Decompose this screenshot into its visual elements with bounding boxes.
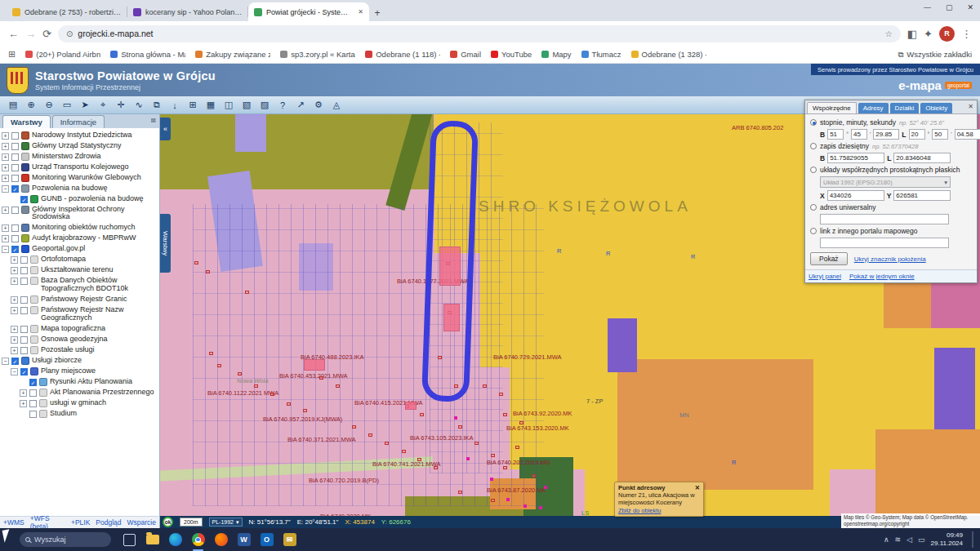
crs-dropdown[interactable]: Układ 1992 (EPSG:2180) ▾ bbox=[820, 176, 951, 188]
layer-checkbox[interactable] bbox=[20, 256, 28, 264]
firefox-icon[interactable] bbox=[212, 531, 229, 549]
sidebar-footer-link[interactable]: Podgląd bbox=[96, 518, 121, 527]
dms-b-deg-input[interactable] bbox=[827, 129, 844, 140]
sidebar-footer-link[interactable]: +PLIK bbox=[71, 518, 90, 527]
layer-checkbox[interactable] bbox=[11, 207, 19, 214]
radio-dms[interactable] bbox=[810, 119, 817, 126]
browser-tab[interactable]: Powiat grójecki - System Infor✕ bbox=[248, 2, 369, 21]
layer-checkbox[interactable]: ✓ bbox=[20, 368, 28, 375]
sidebar-collapse-handle[interactable]: « bbox=[160, 118, 171, 140]
mail-icon[interactable]: ✉ bbox=[281, 531, 298, 549]
layer-checkbox[interactable] bbox=[11, 143, 19, 150]
sidebar-close-icon[interactable]: ⊠ bbox=[150, 117, 156, 124]
file-explorer-icon[interactable] bbox=[144, 531, 161, 549]
expander-icon[interactable]: + bbox=[20, 389, 27, 397]
plane-x-input[interactable] bbox=[827, 190, 884, 201]
radio-universal-address[interactable] bbox=[810, 204, 817, 211]
sidebar-tab-warstwy[interactable]: Warstwy bbox=[2, 115, 51, 128]
layer-row[interactable]: +Główny Inspektorat Ochrony Środowiska bbox=[0, 204, 159, 223]
bookmark-item[interactable]: (20+) Poland Airbnb... bbox=[25, 50, 100, 59]
layer-row[interactable]: +Ortofotomapa bbox=[0, 255, 159, 265]
expander-icon[interactable]: − bbox=[11, 368, 18, 375]
dms-l-sec-input[interactable] bbox=[955, 129, 980, 140]
site-info-icon[interactable]: ⊙ bbox=[66, 29, 73, 38]
task-view-icon[interactable] bbox=[121, 531, 138, 549]
layer-checkbox[interactable] bbox=[20, 278, 28, 285]
layer-row[interactable]: +Monitoring Warunków Glebowych bbox=[0, 172, 159, 183]
expander-icon[interactable]: + bbox=[2, 153, 9, 161]
expander-icon[interactable]: + bbox=[11, 336, 18, 344]
all-bookmarks-button[interactable]: ⧉ Wszystkie zakładki bbox=[898, 50, 972, 60]
back-icon[interactable]: ← bbox=[8, 28, 19, 40]
expander-icon[interactable]: + bbox=[11, 326, 18, 333]
word-icon[interactable]: W bbox=[235, 531, 252, 549]
taskbar-search[interactable]: Wyszukaj bbox=[20, 532, 111, 547]
attribution-line2[interactable]: openstreetmap.org/copyright bbox=[844, 521, 978, 527]
layer-row[interactable]: ✓GUNB - pozwolenia na budowę bbox=[0, 193, 159, 204]
settings-icon[interactable]: ⚙ bbox=[310, 98, 327, 113]
layer-row[interactable]: +Ukształtowanie terenu bbox=[0, 265, 159, 276]
dec-l-input[interactable] bbox=[893, 153, 951, 163]
layer-checkbox[interactable] bbox=[11, 224, 19, 232]
layers-vertical-tab[interactable]: Warstwy bbox=[160, 214, 171, 273]
layer-row[interactable]: +Państwowy Rejestr Nazw Geograficznych bbox=[0, 305, 159, 324]
single-window-link[interactable]: Pokaż w jednym oknie bbox=[849, 273, 915, 280]
measure-icon[interactable]: ✛ bbox=[113, 98, 129, 113]
expander-icon[interactable]: + bbox=[2, 207, 9, 214]
tab-close-icon[interactable]: ✕ bbox=[358, 8, 363, 16]
expander-icon[interactable]: + bbox=[11, 307, 18, 314]
hide-panel-link[interactable]: Ukryj panel bbox=[808, 273, 841, 280]
layer-row[interactable]: +Główny Urząd Statystyczny bbox=[0, 140, 159, 151]
split-view-icon[interactable]: ◫ bbox=[220, 98, 237, 113]
expander-icon[interactable]: + bbox=[2, 175, 9, 182]
universal-address-input[interactable] bbox=[820, 214, 949, 224]
zoom-to-object-link[interactable]: Zbliż do obiektu bbox=[618, 507, 700, 514]
volume-icon[interactable]: ◁ bbox=[906, 535, 912, 544]
profile-avatar[interactable]: R bbox=[939, 26, 955, 42]
dms-l-deg-input[interactable] bbox=[909, 129, 925, 140]
expander-icon[interactable]: + bbox=[11, 296, 18, 304]
layer-row[interactable]: −✓Plany miejscowe bbox=[0, 366, 159, 376]
bookmark-item[interactable]: Odebrane (1 118) -... bbox=[365, 50, 440, 59]
draw-line-icon[interactable]: ∿ bbox=[131, 98, 147, 113]
layer-checkbox[interactable] bbox=[29, 389, 37, 397]
expander-icon[interactable]: + bbox=[2, 143, 9, 150]
layer-row[interactable]: +Akt Planowania Przestrzennego bbox=[0, 387, 159, 398]
pointer-icon[interactable]: ➤ bbox=[77, 98, 93, 113]
layer-checkbox[interactable]: ✓ bbox=[11, 185, 19, 193]
identify-icon[interactable]: ⌖ bbox=[95, 98, 111, 113]
show-desktop-button[interactable] bbox=[972, 531, 973, 548]
window-minimize-button[interactable]: — bbox=[924, 3, 931, 11]
layer-row[interactable]: +Narodowy Instytut Dziedzictwa bbox=[0, 130, 159, 140]
layer-checkbox[interactable] bbox=[20, 296, 28, 304]
popup-close-icon[interactable]: ✕ bbox=[695, 484, 700, 491]
radio-decimal[interactable] bbox=[810, 143, 817, 149]
layer-checkbox[interactable] bbox=[11, 153, 19, 161]
expander-icon[interactable]: + bbox=[11, 256, 18, 264]
layer-checkbox[interactable]: ✓ bbox=[11, 358, 19, 365]
new-tab-button[interactable]: + bbox=[369, 5, 385, 21]
coords-tab-współrzędne[interactable]: Współrzędne bbox=[807, 102, 857, 113]
sidebar-footer-link[interactable]: Wsparcie bbox=[127, 518, 156, 527]
hide-marker-link[interactable]: Ukryj znacznik położenia bbox=[854, 256, 926, 263]
taskbar-clock[interactable]: 09:49 29.11.2024 bbox=[931, 531, 963, 547]
coords-panel-close-icon[interactable]: ✕ bbox=[968, 103, 973, 110]
window-maximize-button[interactable]: ▢ bbox=[946, 3, 953, 11]
tray-chevron-icon[interactable]: ∧ bbox=[884, 535, 889, 544]
layer-row[interactable]: Studium bbox=[0, 408, 159, 419]
layer-checkbox[interactable] bbox=[29, 400, 37, 407]
layer-checkbox[interactable]: ✓ bbox=[29, 379, 37, 386]
apps-grid-icon[interactable]: ⊞ bbox=[8, 49, 16, 60]
sidebar-tab-informacje[interactable]: Informacje bbox=[52, 115, 105, 128]
expander-icon[interactable]: + bbox=[2, 164, 9, 171]
bookmark-item[interactable]: YouTube bbox=[491, 50, 532, 59]
add-layer-icon[interactable]: ⊞ bbox=[185, 98, 201, 113]
layer-checkbox[interactable] bbox=[11, 132, 19, 140]
chrome-icon[interactable] bbox=[189, 531, 207, 549]
print-icon[interactable]: ⧉ bbox=[149, 98, 165, 113]
expander-icon[interactable]: + bbox=[11, 267, 18, 274]
plane-y-input[interactable] bbox=[893, 190, 951, 201]
coords-tab-adresy[interactable]: Adresy bbox=[858, 103, 889, 113]
expander-icon[interactable]: + bbox=[2, 224, 9, 232]
layer-row[interactable]: +Baza Danych Obiektów Topograficznych BD… bbox=[0, 276, 159, 295]
